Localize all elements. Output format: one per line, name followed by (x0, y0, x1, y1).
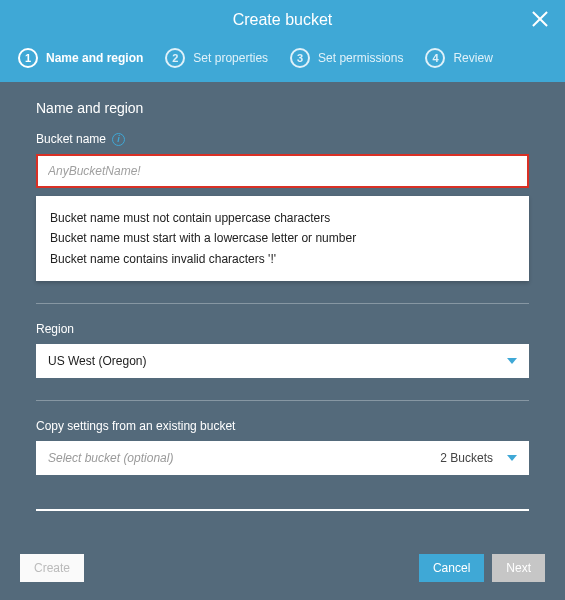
copy-bucket-select[interactable]: Select bucket (optional) 2 Buckets (36, 441, 529, 475)
section-title: Name and region (36, 100, 529, 116)
step-number: 4 (425, 48, 445, 68)
copy-placeholder: Select bucket (optional) (48, 451, 173, 465)
cancel-button[interactable]: Cancel (419, 554, 484, 582)
create-button[interactable]: Create (20, 554, 84, 582)
chevron-down-icon (507, 455, 517, 461)
create-bucket-modal: Create bucket 1 Name and region 2 Set pr… (0, 0, 565, 600)
validation-errors: Bucket name must not contain uppercase c… (36, 196, 529, 281)
step-number: 2 (165, 48, 185, 68)
modal-body: Name and region Bucket name i Bucket nam… (0, 82, 565, 540)
copy-settings-label: Copy settings from an existing bucket (36, 419, 529, 433)
step-name-region[interactable]: 1 Name and region (18, 48, 143, 68)
error-line: Bucket name must start with a lowercase … (50, 228, 515, 248)
close-icon[interactable] (529, 8, 551, 30)
step-label: Set properties (193, 51, 268, 65)
step-label: Set permissions (318, 51, 403, 65)
modal-header: Create bucket 1 Name and region 2 Set pr… (0, 0, 565, 82)
modal-title: Create bucket (233, 11, 333, 29)
divider (36, 400, 529, 401)
divider (36, 303, 529, 304)
bucket-name-input[interactable] (36, 154, 529, 188)
info-icon[interactable]: i (112, 133, 125, 146)
chevron-down-icon (507, 358, 517, 364)
step-set-permissions[interactable]: 3 Set permissions (290, 48, 403, 68)
step-label: Review (453, 51, 492, 65)
next-button[interactable]: Next (492, 554, 545, 582)
bucket-name-label: Bucket name i (36, 132, 529, 146)
modal-footer: Create Cancel Next (0, 540, 565, 600)
step-review[interactable]: 4 Review (425, 48, 492, 68)
region-select[interactable]: US West (Oregon) (36, 344, 529, 378)
step-set-properties[interactable]: 2 Set properties (165, 48, 268, 68)
region-label: Region (36, 322, 529, 336)
region-value: US West (Oregon) (48, 354, 146, 368)
step-label: Name and region (46, 51, 143, 65)
step-number: 1 (18, 48, 38, 68)
error-line: Bucket name must not contain uppercase c… (50, 208, 515, 228)
divider (36, 509, 529, 511)
error-line: Bucket name contains invalid characters … (50, 249, 515, 269)
step-number: 3 (290, 48, 310, 68)
wizard-steps: 1 Name and region 2 Set properties 3 Set… (0, 40, 565, 82)
bucket-count: 2 Buckets (440, 451, 493, 465)
